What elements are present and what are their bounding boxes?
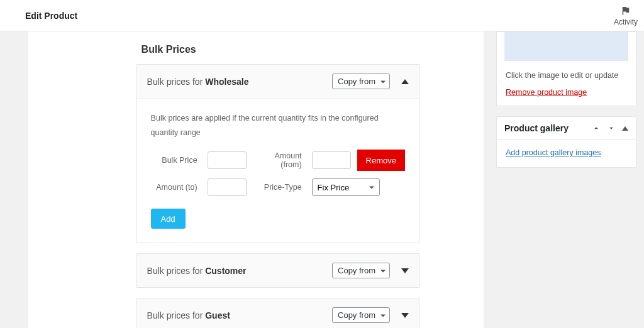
chevron-up-icon[interactable] <box>592 124 601 133</box>
panel-toggle-icon[interactable] <box>622 126 628 131</box>
product-image-preview[interactable] <box>504 32 628 61</box>
label-price-type: Price-Type <box>253 183 306 192</box>
panel-controls: Copy from <box>332 74 409 89</box>
input-amount-to[interactable] <box>208 178 247 196</box>
input-amount-from[interactable] <box>312 151 351 169</box>
copy-from-select-wholesale[interactable]: Copy from <box>332 74 390 89</box>
expand-toggle-guest[interactable] <box>401 313 409 318</box>
copy-from-select-customer[interactable]: Copy from <box>332 263 390 278</box>
panel-title-guest: Bulk prices for Guest <box>147 310 230 320</box>
remove-button[interactable]: Remove <box>357 150 405 171</box>
expand-toggle-customer[interactable] <box>401 268 409 273</box>
gallery-controls <box>592 124 628 133</box>
panel-wholesale: Bulk prices for Wholesale Copy from Bulk… <box>136 64 419 243</box>
panel-controls: Copy from <box>332 307 409 323</box>
copy-from-select-guest[interactable]: Copy from <box>332 307 390 323</box>
activity-button[interactable]: Activity <box>614 5 638 26</box>
top-bar: Edit Product Activity <box>0 0 644 31</box>
panel-guest: Bulk prices for Guest Copy from <box>136 298 419 328</box>
panel-title-customer: Bulk prices for Customer <box>147 266 247 276</box>
label-amount-to: Amount (to) <box>151 183 201 192</box>
image-caption: Click the image to edit or update <box>506 71 627 80</box>
gallery-body: Add product gallery images <box>497 140 636 167</box>
gallery-title: Product gallery <box>504 123 569 133</box>
main-column: Bulk Prices Bulk prices for Wholesale Co… <box>28 31 484 328</box>
panel-header-guest: Bulk prices for Guest Copy from <box>137 298 419 328</box>
panel-customer: Bulk prices for Customer Copy from <box>136 253 419 288</box>
panel-title-role: Customer <box>205 266 246 276</box>
bulk-row-2: Amount (to) Price-Type Fix Price <box>151 178 405 196</box>
panel-title-prefix: Bulk prices for <box>147 310 206 320</box>
panel-title-prefix: Bulk prices for <box>147 77 206 87</box>
page-title: Edit Product <box>25 11 77 21</box>
bulk-prices-heading: Bulk Prices <box>138 39 419 64</box>
panel-title-role: Wholesale <box>205 77 248 87</box>
product-gallery-panel: Product gallery Add product gallery imag… <box>496 116 636 168</box>
panel-title-role: Guest <box>205 310 230 320</box>
input-bulk-price[interactable] <box>208 151 247 169</box>
remove-image-link[interactable]: Remove product image <box>506 88 587 97</box>
collapse-toggle-wholesale[interactable] <box>401 79 409 84</box>
panel-controls: Copy from <box>332 263 409 278</box>
label-bulk-price: Bulk Price <box>151 156 201 165</box>
label-amount-from: Amount (from) <box>253 151 306 169</box>
panel-header-wholesale: Bulk prices for Wholesale Copy from <box>137 65 419 99</box>
panel-title-prefix: Bulk prices for <box>147 266 206 276</box>
content: Bulk Prices Bulk prices for Wholesale Co… <box>0 31 644 328</box>
panel-body-wholesale: Bulk prices are applied if the current q… <box>137 99 419 243</box>
sidebar: Click the image to edit or update Remove… <box>496 31 636 178</box>
panel-title-wholesale: Bulk prices for Wholesale <box>147 77 249 87</box>
bulk-row-1: Bulk Price Amount (from) Remove <box>151 150 405 171</box>
product-image-panel: Click the image to edit or update Remove… <box>496 31 636 106</box>
flag-icon <box>620 5 631 16</box>
add-gallery-link[interactable]: Add product gallery images <box>506 148 601 157</box>
add-button[interactable]: Add <box>151 209 186 229</box>
select-price-type[interactable]: Fix Price <box>312 178 380 196</box>
panel-header-customer: Bulk prices for Customer Copy from <box>137 254 419 287</box>
activity-label: Activity <box>614 18 638 26</box>
chevron-down-icon[interactable] <box>607 124 616 133</box>
help-text: Bulk prices are applied if the current q… <box>151 111 405 139</box>
gallery-header: Product gallery <box>497 117 636 140</box>
